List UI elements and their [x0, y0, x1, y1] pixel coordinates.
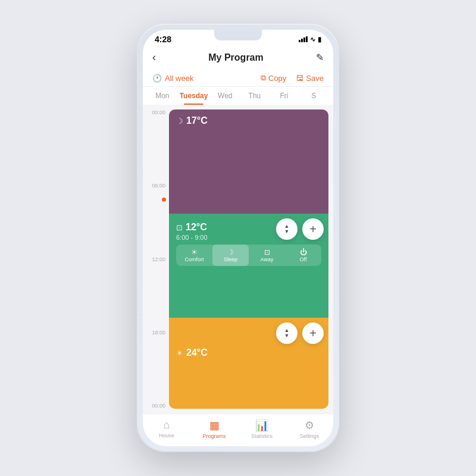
trash-icon: 🗑 — [314, 220, 322, 229]
back-button[interactable]: ‹ — [152, 51, 156, 64]
sleep-label: Sleep — [224, 256, 237, 262]
nav-statistics-label: Statistics — [251, 433, 273, 439]
block-night: ☽ 17°C — [169, 109, 328, 214]
time-label-3: 18:00 — [143, 330, 165, 336]
tab-wed[interactable]: Wed — [210, 87, 240, 105]
phone-shell: 4:28 ∿ ▮ ‹ My Program ✎ 🕐 All week — [137, 24, 339, 452]
house-icon: ⌂ — [164, 419, 170, 431]
tab-tuesday[interactable]: Tuesday — [177, 87, 211, 105]
day-temp: 24°C — [186, 347, 208, 358]
morning-temp: 12°C — [186, 222, 207, 233]
clock-icon: 🕐 — [152, 74, 162, 83]
status-icons: ∿ ▮ — [299, 36, 321, 43]
adjust-button[interactable]: ▲ ▼ — [276, 218, 298, 240]
block-morning: ▲ ▼ + ⊡ 12°C 6:00 - 9:00 🗑 — [169, 214, 328, 318]
programs-icon: ▦ — [209, 419, 220, 432]
schedule-area: ☽ 17°C ▲ ▼ + — [169, 105, 333, 414]
nav-house[interactable]: ⌂ House — [143, 419, 190, 439]
comfort-icon: ☀ — [177, 248, 211, 256]
edit-button[interactable]: ✎ — [316, 52, 324, 63]
toolbar: 🕐 All week ⧉ Copy 🖫 Save — [143, 70, 333, 87]
adjust-button-2[interactable]: ▲ ▼ — [276, 322, 298, 344]
mode-selector: ☀ Comfort ☽ Sleep ⊡ Away ⏻ — [176, 245, 321, 266]
night-icon: ☽ — [176, 117, 183, 126]
nav-programs[interactable]: ▦ Programs — [190, 419, 238, 439]
away-icon2: ⊡ — [250, 248, 284, 256]
chevron-down-icon-2: ▼ — [284, 333, 290, 339]
signal-icon — [299, 36, 308, 42]
tab-fri[interactable]: Fri — [270, 87, 299, 105]
copy-button[interactable]: ⧉ Copy — [261, 73, 286, 83]
header: ‹ My Program ✎ — [143, 46, 333, 70]
mode-comfort[interactable]: ☀ Comfort — [176, 245, 212, 266]
time-label-0: 00:00 — [143, 109, 165, 115]
tab-thu[interactable]: Thu — [240, 87, 270, 105]
tab-mon[interactable]: Mon — [148, 87, 177, 105]
off-label: Off — [300, 256, 307, 262]
save-button[interactable]: 🖫 Save — [296, 74, 324, 83]
bottom-nav: ⌂ House ▦ Programs 📊 Statistics ⚙ Settin… — [143, 414, 333, 446]
add-block-button-2[interactable]: + — [302, 322, 324, 344]
night-temp: 17°C — [186, 115, 208, 126]
block-day: ▲ ▼ + ☀ 24°C — [169, 318, 328, 409]
page-title: My Program — [208, 52, 263, 63]
main-content: 00:00 06:00 12:00 18:00 00:00 ☽ 17°C — [143, 105, 333, 414]
nav-house-label: House — [159, 433, 174, 439]
battery-icon: ▮ — [318, 36, 321, 43]
time-label-2: 12:00 — [143, 256, 165, 262]
delete-block-button[interactable]: 🗑 — [314, 220, 322, 229]
away-icon: ⊡ — [176, 223, 183, 232]
phone-screen: 4:28 ∿ ▮ ‹ My Program ✎ 🕐 All week — [143, 30, 333, 446]
save-icon: 🖫 — [296, 74, 303, 83]
mode-sleep[interactable]: ☽ Sleep — [212, 245, 249, 266]
nav-statistics[interactable]: 📊 Statistics — [238, 419, 286, 439]
nav-settings-label: Settings — [300, 433, 320, 439]
sleep-icon: ☽ — [214, 248, 248, 256]
time-label-1: 06:00 — [143, 183, 165, 189]
off-icon: ⏻ — [286, 248, 320, 256]
chevron-down-icon: ▼ — [284, 229, 290, 234]
mode-off[interactable]: ⏻ Off — [285, 245, 321, 266]
copy-icon: ⧉ — [261, 73, 266, 83]
orange-float-controls: ▲ ▼ + — [276, 322, 324, 344]
copy-label: Copy — [268, 74, 286, 83]
day-tabs: Mon Tuesday Wed Thu Fri S — [143, 87, 333, 105]
current-time-dot — [162, 198, 166, 202]
time-axis: 00:00 06:00 12:00 18:00 00:00 — [143, 105, 169, 414]
wifi-icon: ∿ — [310, 36, 315, 43]
save-label: Save — [306, 74, 324, 83]
away-label: Away — [261, 256, 274, 262]
nav-settings[interactable]: ⚙ Settings — [286, 419, 333, 439]
tab-sat[interactable]: S — [299, 87, 328, 105]
plus-icon-2: + — [309, 327, 317, 340]
sun-icon: ☀ — [176, 349, 183, 358]
all-week-label: All week — [165, 74, 193, 83]
statistics-icon: 📊 — [255, 419, 268, 432]
status-time: 4:28 — [155, 35, 171, 44]
notch — [214, 30, 262, 40]
time-label-4: 00:00 — [143, 403, 165, 409]
nav-programs-label: Programs — [202, 433, 226, 439]
mode-away[interactable]: ⊡ Away — [249, 245, 285, 266]
settings-icon: ⚙ — [305, 419, 314, 432]
all-week-button[interactable]: 🕐 All week — [152, 74, 193, 83]
comfort-label: Comfort — [184, 256, 203, 262]
